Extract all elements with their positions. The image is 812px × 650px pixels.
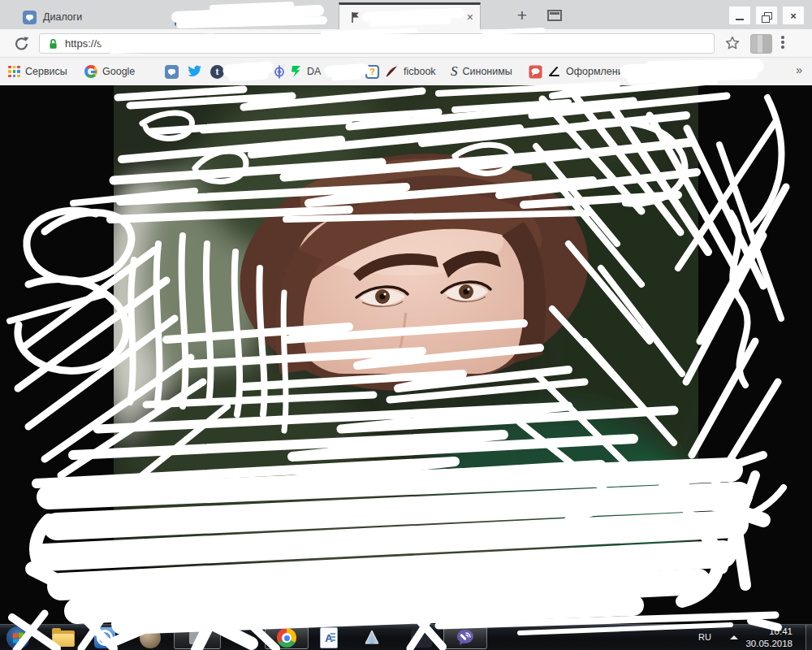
extension-icon[interactable] (750, 34, 772, 54)
site-favicon (175, 15, 187, 26)
vk-messenger-icon (165, 65, 179, 79)
window-controls: × (729, 6, 804, 24)
media-player-taskbar-icon[interactable] (94, 627, 115, 648)
vk-messages-icon (23, 11, 37, 24)
bookmark-twitter[interactable] (188, 63, 207, 80)
tray-date: 30.05.2018 (736, 638, 793, 650)
flag-icon (349, 11, 361, 24)
tab-close-button[interactable]: × (467, 11, 473, 23)
close-button[interactable]: × (783, 6, 804, 24)
tab-active[interactable]: × (339, 2, 481, 29)
bookmark-star-icon[interactable] (725, 36, 740, 50)
url-text: https://s (65, 37, 102, 50)
apps-grid-icon (8, 66, 20, 78)
glass-app-taskbar-icon[interactable] (362, 627, 382, 650)
tab-dialogi[interactable]: Диалоги (18, 5, 169, 29)
windows-taskbar: A RU 10:41 30.05.2018 (0, 624, 812, 650)
bookmark-compass[interactable] (273, 63, 291, 80)
minimize-button[interactable] (729, 6, 750, 24)
bookmark-chat[interactable] (529, 63, 547, 80)
play-ring-icon (97, 630, 113, 646)
language-indicator[interactable]: RU (698, 632, 711, 642)
chrome-taskbar-button[interactable] (265, 626, 309, 649)
bookmark-label: Сервисы (25, 66, 67, 77)
tab-strip: Диалоги × + × (0, 0, 812, 29)
browser-toolbar: https://s (0, 29, 812, 58)
bookmark-label: Google (102, 66, 135, 77)
question-icon: ? (365, 65, 379, 79)
bookmark-synonyms[interactable]: S Синонимы (451, 63, 512, 80)
tray-clock[interactable]: 10:41 30.05.2018 (736, 626, 793, 650)
facebook-icon: f (233, 65, 246, 78)
app-taskbar-icon[interactable] (411, 628, 432, 648)
tumblr-icon: t (210, 65, 224, 79)
viber-taskbar-button[interactable] (443, 626, 487, 649)
bookmark-deviantart[interactable]: DA (290, 63, 321, 80)
browser-menu-icon[interactable] (781, 36, 784, 49)
restore-icon (764, 12, 772, 20)
minimize-icon (736, 19, 744, 20)
word-taskbar-icon[interactable]: A (320, 627, 338, 648)
app-taskbar-icon[interactable] (140, 627, 161, 648)
address-bar[interactable]: https://s (39, 33, 715, 54)
compass-phi-icon (273, 65, 286, 79)
bookmark-tumblr[interactable]: t (210, 63, 229, 80)
desktop-screen: Диалоги × + × (0, 0, 812, 650)
angle-icon (548, 65, 561, 78)
explorer-taskbar-icon[interactable] (52, 629, 75, 648)
bookmark-services[interactable]: Сервисы (8, 63, 67, 80)
running-app-button[interactable] (174, 626, 221, 649)
new-tab-button[interactable]: + (510, 6, 534, 24)
windows-logo-icon (13, 632, 24, 643)
photo-viewer-image[interactable] (114, 85, 698, 567)
chrome-icon (277, 628, 296, 648)
deviantart-icon (290, 65, 302, 78)
bookmarks-overflow-chevron[interactable]: » (796, 63, 802, 76)
tab-list-button[interactable] (547, 10, 562, 21)
bookmark-question[interactable]: ? (365, 63, 384, 80)
bookmark-google[interactable]: Google (84, 63, 135, 80)
red-chat-icon (529, 65, 542, 79)
viber-icon (456, 628, 475, 648)
bookmark-scribbled[interactable] (249, 63, 270, 80)
google-g-icon (84, 65, 97, 78)
restore-button[interactable] (756, 6, 777, 24)
word-a-glyph: A (325, 632, 332, 644)
show-desktop-button[interactable] (806, 625, 812, 650)
tab-middle-scribbled[interactable] (166, 5, 333, 29)
twitter-icon (188, 65, 202, 78)
quill-icon (385, 65, 399, 78)
bookmark-vk[interactable] (165, 63, 184, 80)
bookmark-scribbled[interactable]: д (327, 63, 356, 80)
secure-lock-icon (48, 37, 58, 50)
bookmarks-bar: Сервисы Google t f (0, 58, 812, 85)
s-letter-icon: S (451, 63, 458, 80)
bookmark-ficbook[interactable]: ficbook (385, 63, 436, 80)
bookmark-oformlenie[interactable]: Оформление (548, 63, 629, 80)
tab-title: Диалоги (43, 11, 82, 23)
tray-time: 10:41 (736, 626, 793, 638)
reload-icon[interactable] (13, 35, 31, 53)
app-thumbnail (189, 631, 205, 644)
bookmark-facebook[interactable]: f (233, 63, 251, 80)
start-button[interactable] (6, 626, 29, 649)
